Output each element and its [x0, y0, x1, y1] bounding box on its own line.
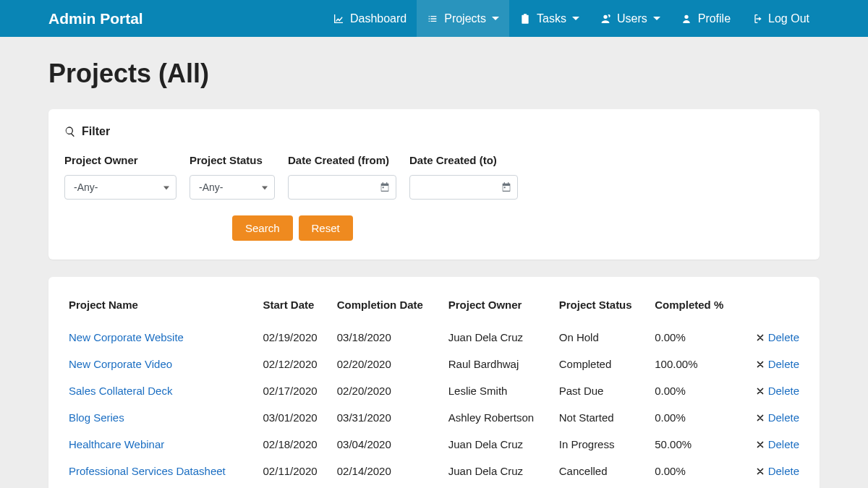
clipboard-check-icon [519, 13, 532, 25]
completed-pct: 100.00% [650, 484, 741, 488]
nav-projects[interactable]: Projects [417, 0, 509, 37]
project-status: Past Due [555, 377, 650, 404]
date-to-label: Date Created (to) [409, 154, 518, 166]
list-icon [427, 13, 440, 25]
delete-link[interactable]: Delete [768, 411, 799, 424]
table-row: Healthcare Webinar02/18/202003/04/2020Ju… [64, 431, 804, 458]
owner-select[interactable]: -Any- [64, 175, 176, 200]
date-to-input[interactable] [409, 175, 518, 200]
col-name: Project Name [64, 293, 259, 324]
start-date: 02/18/2020 [259, 431, 333, 458]
filter-card: Filter Project Owner -Any- Project Statu… [48, 109, 820, 260]
nav-profile[interactable]: Profile [671, 0, 741, 37]
project-owner: Juan Dela Cruz [444, 484, 555, 488]
delete-link[interactable]: Delete [768, 331, 799, 343]
col-status: Project Status [555, 293, 650, 324]
close-icon [755, 440, 765, 450]
project-status: Cancelled [555, 458, 650, 484]
project-status: Completed [555, 484, 650, 488]
nav-dashboard[interactable]: Dashboard [323, 0, 417, 37]
completion-date: 03/04/2020 [333, 431, 444, 458]
delete-link[interactable]: Delete [768, 358, 799, 370]
completion-date: 02/20/2020 [333, 351, 444, 377]
close-icon [755, 413, 765, 423]
project-status: Not Started [555, 404, 650, 431]
project-owner: Leslie Smith [444, 377, 555, 404]
start-date: 02/12/2020 [259, 484, 333, 488]
delete-link[interactable]: Delete [768, 385, 799, 397]
search-icon [64, 126, 76, 137]
close-icon [755, 466, 765, 476]
start-date: 02/19/2020 [259, 324, 333, 351]
filter-header: Filter [64, 125, 804, 138]
project-name-link[interactable]: Sales Collateral Deck [69, 385, 172, 397]
col-completion: Completion Date [333, 293, 444, 324]
filter-header-label: Filter [82, 125, 110, 138]
col-start: Start Date [259, 293, 333, 324]
start-date: 02/17/2020 [259, 377, 333, 404]
search-button[interactable]: Search [232, 215, 293, 241]
status-label: Project Status [190, 154, 275, 166]
chevron-down-icon [572, 17, 579, 20]
nav-tasks-label: Tasks [537, 12, 566, 25]
completion-date: 02/14/2020 [333, 458, 444, 484]
project-status: Completed [555, 351, 650, 377]
nav-dashboard-label: Dashboard [350, 12, 407, 25]
completed-pct: 0.00% [650, 404, 741, 431]
top-navbar: Admin Portal Dashboard Projects Tasks [0, 0, 868, 37]
project-owner: Ashley Robertson [444, 404, 555, 431]
nav-tasks[interactable]: Tasks [509, 0, 590, 37]
project-name-link[interactable]: New Corporate Website [69, 331, 184, 343]
nav-profile-label: Profile [698, 12, 731, 25]
completed-pct: 0.00% [650, 324, 741, 351]
close-icon [755, 359, 765, 369]
owner-label: Project Owner [64, 154, 176, 166]
project-name-link[interactable]: Healthcare Webinar [69, 438, 164, 450]
date-from-label: Date Created (from) [288, 154, 396, 166]
completed-pct: 0.00% [650, 458, 741, 484]
table-row: Professional Services Datasheet02/11/202… [64, 458, 804, 484]
table-row: Blog Series03/01/202003/31/2020Ashley Ro… [64, 404, 804, 431]
projects-table: Project Name Start Date Completion Date … [64, 293, 804, 488]
project-name-link[interactable]: Blog Series [69, 411, 124, 424]
completed-pct: 0.00% [650, 377, 741, 404]
project-owner: Juan Dela Cruz [444, 458, 555, 484]
page-title: Projects (All) [48, 59, 820, 89]
delete-link[interactable]: Delete [768, 465, 799, 477]
brand-title[interactable]: Admin Portal [48, 10, 143, 27]
project-owner: Juan Dela Cruz [444, 431, 555, 458]
date-from-input[interactable] [288, 175, 396, 200]
table-row: Sales Collateral Deck02/17/202002/20/202… [64, 377, 804, 404]
completion-date: 02/20/2020 [333, 377, 444, 404]
project-status: In Progress [555, 431, 650, 458]
start-date: 02/12/2020 [259, 351, 333, 377]
start-date: 03/01/2020 [259, 404, 333, 431]
chevron-down-icon [492, 17, 499, 20]
delete-link[interactable]: Delete [768, 438, 799, 450]
close-icon [755, 333, 765, 343]
close-icon [755, 386, 765, 396]
user-icon [681, 13, 694, 25]
table-row: New Corporate Website02/19/202003/18/202… [64, 324, 804, 351]
col-owner: Project Owner [444, 293, 555, 324]
completion-date: 02/21/2020 [333, 484, 444, 488]
project-name-link[interactable]: New Corporate Video [69, 358, 172, 370]
nav-users-label: Users [617, 12, 647, 25]
status-select[interactable]: -Any- [190, 175, 275, 200]
nav-projects-label: Projects [444, 12, 486, 25]
table-row: Support Ticketing System02/12/202002/21/… [64, 484, 804, 488]
projects-table-card: Project Name Start Date Completion Date … [48, 277, 820, 488]
project-owner: Juan Dela Cruz [444, 324, 555, 351]
project-name-link[interactable]: Professional Services Datasheet [69, 465, 226, 477]
users-icon [600, 13, 613, 25]
completion-date: 03/31/2020 [333, 404, 444, 431]
start-date: 02/11/2020 [259, 458, 333, 484]
completed-pct: 100.00% [650, 351, 741, 377]
nav-users[interactable]: Users [590, 0, 671, 37]
table-row: New Corporate Video02/12/202002/20/2020R… [64, 351, 804, 377]
project-status: On Hold [555, 324, 650, 351]
nav-logout[interactable]: Log Out [741, 0, 820, 37]
reset-button[interactable]: Reset [299, 215, 353, 241]
nav-logout-label: Log Out [768, 12, 809, 25]
completion-date: 03/18/2020 [333, 324, 444, 351]
